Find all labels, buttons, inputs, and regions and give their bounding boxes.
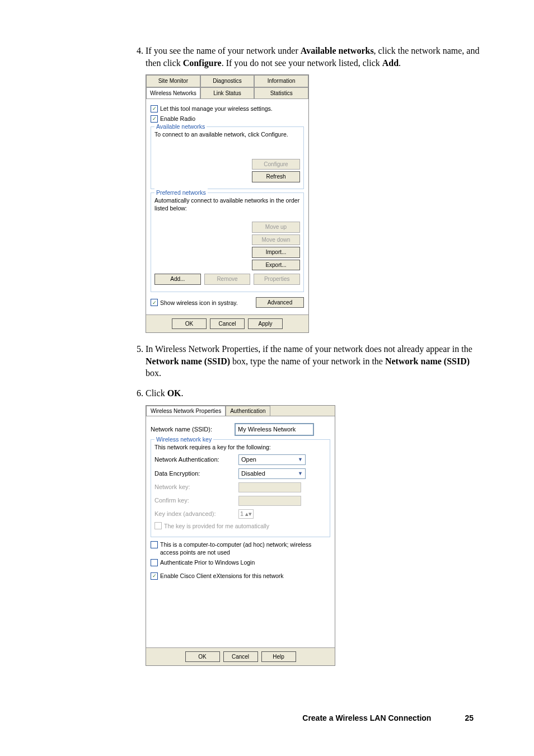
network-properties-dialog: Wireless Network Properties Authenticati… [146, 405, 335, 666]
key-index-spinner: 1 ▴▾ [238, 509, 254, 519]
chevron-down-icon: ▼ [298, 470, 303, 477]
enable-radio-checkbox[interactable]: ✓ [151, 115, 158, 123]
ok-button[interactable]: OK [185, 651, 220, 663]
systray-label: Show wireless icon in systray. [160, 299, 238, 307]
confirm-key-input [238, 496, 301, 506]
export-button[interactable]: Export... [252, 260, 300, 271]
footer-page-number: 25 [465, 713, 474, 722]
cisco-checkbox[interactable]: ✓ [151, 572, 158, 580]
key-index-value: 1 [240, 510, 243, 518]
step5-b1: Network name (SSID) [146, 356, 230, 366]
network-key-label: Network key: [154, 483, 238, 491]
step4-b2: Configure [183, 58, 222, 68]
step4-b3: Add [382, 58, 399, 68]
enable-radio-label: Enable Radio [160, 115, 195, 123]
apply-button[interactable]: Apply [248, 318, 283, 330]
tab-statistics[interactable]: Statistics [254, 87, 308, 99]
systray-checkbox[interactable]: ✓ [151, 299, 158, 306]
footer-section-title: Create a Wireless LAN Connection [302, 713, 431, 722]
step5-b2: Network name (SSID) [385, 356, 470, 366]
step4-pre: If you see the name of your network unde… [146, 46, 301, 55]
data-encryption-value: Disabled [241, 469, 265, 478]
add-button[interactable]: Add... [154, 274, 201, 285]
key-index-label: Key index (advanced): [154, 510, 238, 518]
import-button[interactable]: Import... [252, 247, 300, 258]
move-down-button[interactable]: Move down [252, 234, 300, 246]
auto-key-checkbox [154, 522, 162, 529]
step5-post: box. [146, 368, 161, 378]
step5-pre: In Wireless Network Properties, if the n… [146, 344, 472, 354]
data-encryption-label: Data Encryption: [154, 469, 238, 478]
help-button[interactable]: Help [261, 651, 296, 663]
advanced-button[interactable]: Advanced [256, 297, 304, 308]
step-4: If you see the name of your network unde… [146, 45, 484, 333]
tab-site-monitor[interactable]: Site Monitor [146, 75, 200, 87]
step4-b1: Available networks [301, 46, 374, 55]
adhoc-label: This is a computer-to-computer (ad hoc) … [160, 541, 317, 556]
step4-m2: . If you do not see your network listed,… [222, 58, 382, 68]
wireless-key-text: This network requires a key for the foll… [154, 443, 326, 451]
step4-post: . [399, 58, 401, 68]
tab-information[interactable]: Information [254, 75, 308, 87]
let-tool-label: Let this tool manage your wireless setti… [160, 105, 273, 112]
wireless-networks-dialog: Site Monitor Diagnostics Information Wir… [146, 74, 309, 333]
step-5: In Wireless Network Properties, if the n… [146, 343, 484, 379]
preferred-networks-text: Automatically connect to available netwo… [154, 196, 300, 212]
auth-prior-checkbox[interactable] [151, 559, 158, 566]
network-auth-value: Open [241, 456, 256, 464]
configure-button[interactable]: Configure [252, 159, 300, 170]
step5-m1: box, type the name of your network in th… [230, 356, 385, 366]
step6-pre: Click [146, 388, 167, 398]
auth-prior-label: Authenticate Prior to Windows Login [160, 558, 255, 566]
properties-button[interactable]: Properties [254, 274, 300, 285]
ok-button[interactable]: OK [172, 318, 207, 330]
move-up-button[interactable]: Move up [252, 222, 300, 233]
remove-button[interactable]: Remove [204, 274, 251, 285]
ssid-label: Network name (SSID): [151, 425, 235, 434]
ssid-input[interactable]: My Wireless Network [235, 423, 314, 436]
refresh-button[interactable]: Refresh [252, 171, 300, 182]
chevron-down-icon: ▼ [298, 456, 303, 463]
step-6: Click OK. Wireless Network Properties Au… [146, 387, 484, 666]
adhoc-checkbox[interactable] [151, 541, 158, 548]
tab-link-status[interactable]: Link Status [200, 87, 255, 99]
network-auth-label: Network Authentication: [154, 456, 238, 464]
step6-post: . [181, 388, 184, 398]
network-key-input [238, 482, 301, 492]
let-tool-checkbox[interactable]: ✓ [151, 105, 158, 112]
available-networks-legend: Available networks [154, 123, 207, 130]
step6-b1: OK [167, 388, 181, 398]
tab-authentication[interactable]: Authentication [226, 406, 270, 416]
data-encryption-select[interactable]: Disabled▼ [238, 468, 306, 479]
wireless-key-legend: Wireless network key [154, 435, 213, 443]
confirm-key-label: Confirm key: [154, 496, 238, 505]
cancel-button[interactable]: Cancel [223, 651, 258, 663]
preferred-networks-legend: Preferred networks [154, 189, 208, 196]
available-networks-text: To connect to an available network, clic… [154, 130, 300, 138]
cancel-button[interactable]: Cancel [210, 318, 245, 330]
network-auth-select[interactable]: Open▼ [238, 454, 306, 465]
tab-wireless-networks[interactable]: Wireless Networks [146, 87, 200, 99]
tab-wireless-network-properties[interactable]: Wireless Network Properties [146, 406, 226, 416]
cisco-label: Enable Cisco Client eXtensions for this … [160, 572, 284, 580]
tab-diagnostics[interactable]: Diagnostics [200, 75, 255, 87]
auto-key-label: The key is provided for me automatically [164, 522, 269, 530]
